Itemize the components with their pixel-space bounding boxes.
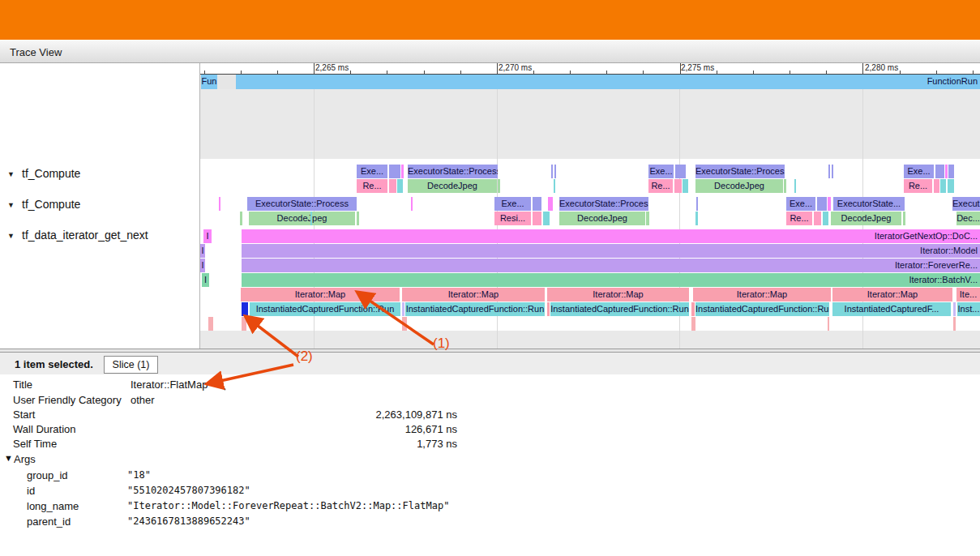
trace-slice[interactable] <box>402 317 407 331</box>
trace-slice[interactable] <box>903 212 905 225</box>
trace-slice[interactable]: Iterator::Map <box>832 288 952 302</box>
trace-slice[interactable] <box>674 179 682 193</box>
trace-slice[interactable] <box>543 212 550 225</box>
trace-slice[interactable] <box>675 165 686 178</box>
trace-slice[interactable]: DecodeJpeg <box>408 179 497 193</box>
trace-slice[interactable]: Iterator::Map <box>693 288 831 302</box>
trace-slice[interactable] <box>953 317 956 331</box>
trace-slice[interactable] <box>695 212 698 225</box>
tab-slice[interactable]: Slice (1) <box>104 356 158 374</box>
trace-slice[interactable] <box>953 302 956 316</box>
args-collapse-icon[interactable]: ▼ <box>4 453 13 463</box>
trace-slice[interactable] <box>934 179 939 193</box>
trace-slice[interactable]: Iterator::Map <box>402 288 545 302</box>
trace-slice[interactable] <box>940 179 946 193</box>
trace-slice[interactable]: Re... <box>357 179 387 193</box>
trace-slice[interactable]: Re... <box>786 212 812 225</box>
trace-slice[interactable] <box>828 317 829 331</box>
trace-slice[interactable] <box>935 165 944 178</box>
trace-slice[interactable] <box>551 165 553 178</box>
trace-slice[interactable]: InstantiatedCapturedF... <box>832 302 951 316</box>
trace-slice[interactable]: Iterator::Map <box>241 288 400 302</box>
collapse-triangle-icon[interactable]: ▼ <box>7 201 15 209</box>
trace-slice[interactable] <box>828 165 830 178</box>
trace-slice[interactable] <box>945 165 948 178</box>
trace-slice[interactable]: Exe... <box>786 197 815 211</box>
trace-slice[interactable] <box>817 197 827 211</box>
trace-slice[interactable] <box>554 179 555 193</box>
trace-slice[interactable] <box>411 197 413 211</box>
trace-slice[interactable]: InstantiatedCapturedFunction::Run <box>695 302 829 316</box>
trace-slice[interactable]: InstantiatedCapturedFunction::Run <box>550 302 689 316</box>
trace-slice[interactable]: FunctionRun <box>236 75 980 89</box>
trace-slice[interactable] <box>401 165 404 178</box>
trace-slice[interactable] <box>828 197 831 211</box>
trace-slice[interactable] <box>683 179 688 193</box>
collapse-triangle-icon[interactable]: ▼ <box>7 170 15 178</box>
trace-slice[interactable] <box>547 302 550 316</box>
trace-slice[interactable]: I <box>203 229 212 243</box>
trace-slice[interactable]: Iterator::Model <box>242 244 980 258</box>
trace-slice[interactable]: Resi... <box>494 212 531 225</box>
timeline-ruler[interactable]: 2,265 ms2,270 ms2,275 ms2,280 ms <box>200 63 980 75</box>
trace-slice[interactable]: Iterator::Map <box>547 288 689 302</box>
trace-slice[interactable]: Re... <box>648 179 673 193</box>
trace-slice[interactable] <box>389 165 400 178</box>
trace-slice[interactable]: IteratorGetNextOp::DoC... <box>242 229 980 243</box>
trace-slice[interactable] <box>691 302 695 316</box>
trace-slice[interactable] <box>548 197 553 211</box>
trace-slice[interactable] <box>240 212 242 225</box>
trace-slice[interactable] <box>357 212 359 225</box>
trace-slice[interactable]: DecodeJpeg <box>695 179 783 193</box>
trace-slice[interactable]: ExecutorState::Process <box>247 197 357 211</box>
trace-slice[interactable] <box>814 212 821 225</box>
trace-slice[interactable] <box>219 197 220 211</box>
trace-slice[interactable] <box>696 197 698 211</box>
trace-slice[interactable]: Iterator::BatchV... <box>242 273 980 287</box>
trace-slice[interactable] <box>310 212 312 225</box>
trace-slice[interactable]: InstantiatedCapturedFunction::Run <box>405 302 545 316</box>
trace-slice[interactable]: Ite... <box>956 288 980 302</box>
selected-slice[interactable] <box>242 302 248 316</box>
trace-slice[interactable]: I <box>202 273 209 287</box>
trace-slice[interactable]: Dec... <box>956 212 980 225</box>
trace-slice[interactable] <box>823 212 828 225</box>
trace-slice[interactable]: Re... <box>904 179 932 193</box>
trace-slice[interactable] <box>948 179 954 193</box>
trace-slice[interactable]: I <box>200 244 205 258</box>
trace-slice[interactable]: ExecutorState::Process <box>408 165 498 178</box>
trace-slice[interactable] <box>554 165 556 178</box>
trace-slice[interactable]: ExecutorState::Process <box>559 197 648 211</box>
trace-slice[interactable] <box>533 212 541 225</box>
trace-slice[interactable] <box>208 317 213 331</box>
trace-slice[interactable]: Exe... <box>904 165 934 178</box>
trace-slice[interactable]: DecodeJpeg <box>831 212 901 225</box>
trace-slice[interactable]: Exe... <box>357 165 387 178</box>
trace-slice[interactable]: DecodeJpeg <box>559 212 645 225</box>
collapse-triangle-icon[interactable]: ▼ <box>7 232 15 240</box>
trace-slice[interactable]: DecodeJpeg <box>249 212 355 225</box>
trace-slice[interactable]: Inst... <box>957 302 980 316</box>
trace-slice[interactable] <box>691 317 695 331</box>
trace-slice[interactable]: ExecutorState::Process <box>695 165 785 178</box>
trace-slice[interactable] <box>832 165 833 178</box>
trace-slice[interactable]: InstantiatedCapturedFunction::Run <box>250 302 400 316</box>
trace-slice[interactable] <box>533 197 541 211</box>
trace-slice[interactable] <box>242 317 246 331</box>
trace-slice[interactable]: Exe... <box>494 197 531 211</box>
trace-slice[interactable]: Iterator::ForeverRe... <box>242 259 980 272</box>
trace-slice[interactable]: Fun <box>201 75 217 89</box>
trace-slice[interactable] <box>784 179 786 193</box>
trace-slice[interactable]: I <box>200 259 205 272</box>
trace-slice[interactable] <box>389 179 396 193</box>
trace-slice[interactable] <box>948 165 954 178</box>
trace-slice[interactable] <box>794 179 796 193</box>
trace-slice[interactable] <box>498 179 500 193</box>
track-row-tf_data_iterator_get_next[interactable]: ▼tf_data_iterator_get_next <box>0 229 195 243</box>
trace-slice[interactable] <box>646 212 649 225</box>
trace-slice[interactable] <box>397 179 403 193</box>
trace-slice[interactable]: Execut... <box>952 197 980 211</box>
trace-slice[interactable]: Exe... <box>648 165 674 178</box>
trace-slice[interactable]: ExecutorState... <box>833 197 905 211</box>
track-row-tf_Compute[interactable]: ▼tf_Compute <box>0 198 195 212</box>
